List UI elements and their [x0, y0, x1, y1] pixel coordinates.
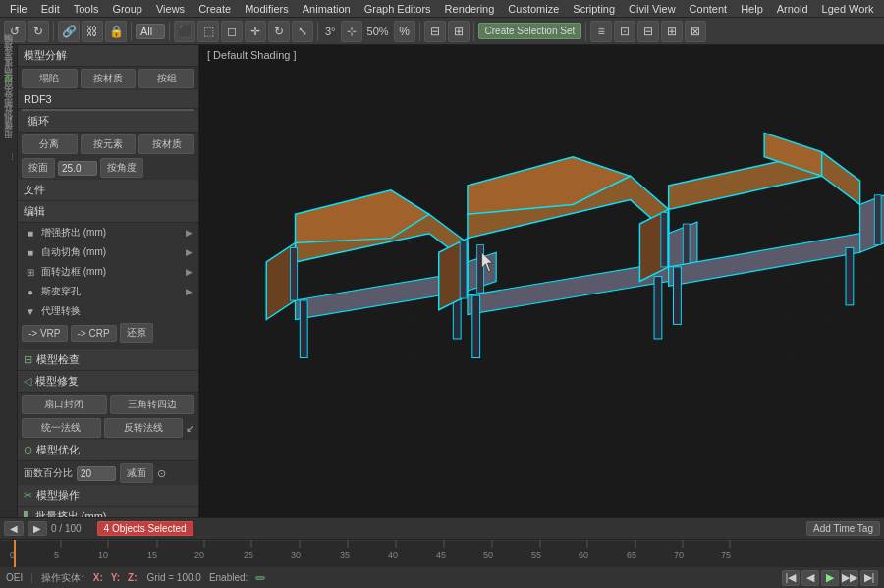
menu-tools[interactable]: Tools	[68, 2, 105, 16]
unify-normals-btn[interactable]: 统一法线	[22, 418, 101, 438]
outer-label-practical[interactable]: 实用	[0, 141, 17, 149]
repair-btn-row-2: 统一法线 反转法线 ↙	[18, 416, 198, 440]
outer-label-edit[interactable]: 编辑	[0, 47, 17, 55]
by-material-btn[interactable]: 按材质	[81, 69, 137, 88]
outer-label-shape[interactable]: 图形	[0, 110, 17, 118]
model-opt-label: 模型优化	[36, 443, 80, 457]
menu-scripting[interactable]: Scripting	[567, 2, 621, 16]
deform-hole-item[interactable]: ● 斯变穿孔 ▶	[18, 282, 198, 301]
link-button[interactable]: 🔗	[58, 21, 80, 42]
menu-arnold[interactable]: Arnold	[771, 2, 814, 16]
menu-content[interactable]: Content	[684, 2, 734, 16]
menu-edit[interactable]: Edit	[35, 2, 66, 16]
menu-animation[interactable]: Animation	[297, 2, 357, 16]
flip-normals-btn[interactable]: 反转法线	[104, 418, 184, 438]
loop-header[interactable]: 循环	[18, 111, 198, 133]
model-ops-header[interactable]: ✂ 模型操作	[18, 485, 198, 507]
percent-btn[interactable]: %	[394, 21, 415, 42]
menu-help[interactable]: Help	[735, 2, 769, 16]
lasso-button[interactable]: ◻	[221, 21, 243, 42]
menu-views[interactable]: Views	[150, 2, 191, 16]
outer-label-anim[interactable]: 动画	[0, 79, 17, 86]
move-button[interactable]: ✛	[245, 21, 266, 42]
main-area: 编辑 选择 显示 支援 动画 模型 室内 室外 图形 灯光 相机 修改 实用 .…	[0, 45, 884, 517]
by-mat-btn[interactable]: 按材质	[138, 134, 194, 154]
reduce-btn[interactable]: 减面	[120, 463, 153, 483]
menu-graph-editors[interactable]: Graph Editors	[359, 2, 437, 16]
unlink-button[interactable]: ⛓	[82, 21, 103, 42]
collapse-btn[interactable]: 塌陷	[22, 69, 78, 88]
mode-dropdown[interactable]: All	[136, 24, 165, 39]
face-bbox-item[interactable]: ⊞ 面转边框 (mm) ▶	[18, 262, 198, 282]
outer-label-light[interactable]: 灯光	[0, 118, 17, 126]
extra-btn-2[interactable]: ⊡	[614, 21, 635, 42]
outer-label-select[interactable]: 选择	[0, 55, 17, 63]
crp-btn[interactable]: -> CRP	[71, 325, 117, 342]
close-fan-btn[interactable]: 扇口封闭	[22, 395, 107, 414]
auto-chamfer-item[interactable]: ■ 自动切角 (mm) ▶	[18, 242, 198, 262]
model-opt-header[interactable]: ⊙ 模型优化	[18, 440, 198, 461]
by-group-btn[interactable]: 按组	[138, 69, 194, 88]
by-element-btn[interactable]: 按元素	[81, 134, 137, 154]
bind-button[interactable]: 🔒	[105, 21, 127, 42]
extra-btn-5[interactable]: ⊠	[685, 21, 706, 42]
menu-file[interactable]: File	[4, 2, 33, 16]
menu-create[interactable]: Create	[193, 2, 237, 16]
proxy-convert-item[interactable]: ▼ 代理转换	[18, 301, 198, 321]
extra-btn-1[interactable]: ≡	[590, 21, 612, 42]
outer-label-transfer[interactable]: 支援	[0, 71, 17, 79]
by-angle-btn[interactable]: 按角度	[100, 158, 143, 178]
jump-end-btn[interactable]: ▶|	[860, 570, 878, 586]
outer-label-display[interactable]: 显示	[0, 63, 17, 71]
select-button[interactable]: ⬛	[174, 21, 195, 42]
scale-button[interactable]: ⤡	[292, 21, 313, 42]
face-angle-input[interactable]	[58, 161, 97, 176]
menu-modifiers[interactable]: Modifiers	[239, 2, 295, 16]
region-button[interactable]: ⬚	[197, 21, 219, 42]
files-header[interactable]: 文件	[18, 180, 198, 201]
prev-frame-btn[interactable]: ◀	[4, 521, 24, 536]
outer-label-model[interactable]: 模型	[0, 86, 17, 94]
batch-ext-header[interactable]: ▌ 批量挤出 (mm)	[18, 507, 198, 517]
outer-label-modify[interactable]: 修改	[0, 134, 17, 141]
rdf3-header[interactable]: RDF3	[18, 90, 198, 109]
menu-group[interactable]: Group	[106, 2, 148, 16]
next-btn[interactable]: ▶▶	[841, 570, 858, 586]
redo-button[interactable]: ↻	[28, 21, 49, 42]
svg-rect-2	[199, 71, 884, 492]
undo-button[interactable]: ↺	[4, 21, 26, 42]
timeline-ruler[interactable]: // Draw ruler in the SVG - use static ap…	[0, 540, 884, 567]
faces-input[interactable]	[77, 466, 116, 481]
outer-label-outdoor[interactable]: 室外	[0, 102, 17, 110]
menu-customize[interactable]: Customize	[502, 2, 565, 16]
restore-btn[interactable]: 还原	[120, 323, 153, 343]
by-face-btn[interactable]: 按面	[22, 158, 55, 178]
enhance-extrude-item[interactable]: ■ 增强挤出 (mm) ▶	[18, 223, 198, 242]
menu-lged-work[interactable]: Lged Work	[816, 2, 880, 16]
vrp-btn[interactable]: -> VRP	[22, 325, 68, 342]
viewport[interactable]: [ Default Shading ]	[199, 45, 884, 517]
outer-label-camera[interactable]: 相机	[0, 126, 17, 134]
extra-btn-4[interactable]: ⊞	[661, 21, 683, 42]
prev-btn[interactable]: ◀	[801, 570, 819, 586]
separate-btn[interactable]: 分离	[22, 134, 78, 154]
model-check-header[interactable]: ⊟ 模型检查	[18, 349, 198, 371]
outer-label-indoor[interactable]: 室内	[0, 94, 17, 102]
play-btn[interactable]: ▶	[821, 570, 839, 586]
jump-start-btn[interactable]: |◀	[782, 570, 800, 586]
sidebar-title[interactable]: 模型分解	[18, 45, 198, 67]
tri-to-quad-btn[interactable]: 三角转四边	[110, 395, 195, 414]
mirror-button[interactable]: ⊟	[424, 21, 446, 42]
add-time-tag-btn[interactable]: Add Time Tag	[806, 521, 880, 536]
model-repair-header[interactable]: ◁ 模型修复	[18, 371, 198, 393]
create-selection-set-button[interactable]: Create Selection Set	[478, 23, 582, 39]
rotate-button[interactable]: ↻	[268, 21, 290, 42]
outer-label-more[interactable]: ...	[0, 149, 17, 165]
edit-section-header[interactable]: 编辑	[18, 201, 198, 223]
next-frame-btn[interactable]: ▶	[28, 521, 47, 536]
array-button[interactable]: ⊞	[448, 21, 470, 42]
snap-button[interactable]: ⊹	[341, 21, 362, 42]
menu-civil-view[interactable]: Civil View	[623, 2, 681, 16]
menu-rendering[interactable]: Rendering	[439, 2, 501, 16]
extra-btn-3[interactable]: ⊟	[637, 21, 659, 42]
